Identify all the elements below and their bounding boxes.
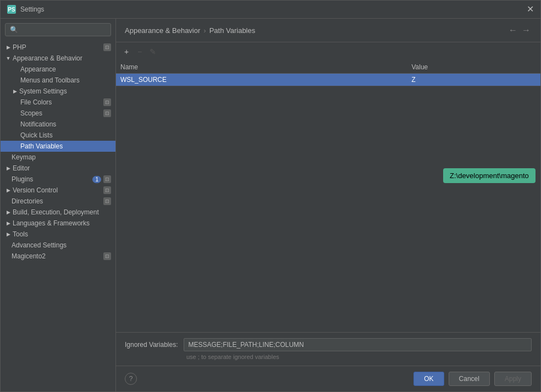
sidebar-item-appearance[interactable]: Appearance [1, 64, 115, 75]
external-icon: ⊡ [103, 197, 111, 205]
sidebar-item-path-variables[interactable]: Path Variables [1, 141, 115, 152]
sidebar-item-label: Directories [12, 197, 43, 205]
external-icon: ⊡ [103, 252, 111, 260]
sidebar-item-label: Path Variables [20, 142, 63, 150]
sidebar-item-plugins[interactable]: Plugins 1 ⊡ [1, 174, 115, 185]
external-icon: ⊡ [103, 109, 111, 117]
arrow-icon: ▶ [5, 231, 12, 238]
sidebar-item-notifications[interactable]: Notifications [1, 119, 115, 130]
row-value: Z [407, 74, 540, 86]
help-button[interactable]: ? [125, 373, 137, 385]
arrow-icon: ▶ [5, 209, 12, 216]
sidebar-item-label: File Colors [20, 98, 52, 106]
sidebar-item-label: Magicento2 [12, 252, 46, 260]
sidebar-item-file-colors[interactable]: File Colors ⊡ [1, 97, 115, 108]
app-icon: PS [7, 5, 16, 14]
sidebar-item-label: Notifications [20, 120, 56, 128]
table-row[interactable]: WSL_SOURCE Z [116, 74, 540, 86]
dialog-body: 🔍 ▶ PHP ⊡ ▼ Appearance & Behavior [1, 19, 540, 391]
sidebar-item-menus-toolbars[interactable]: Menus and Toolbars [1, 75, 115, 86]
close-button[interactable]: ✕ [527, 5, 534, 14]
sidebar-item-label: Advanced Settings [12, 241, 67, 249]
title-bar: PS Settings ✕ [1, 1, 540, 19]
breadcrumb-separator: › [203, 26, 206, 35]
breadcrumb-root: Appearance & Behavior [125, 26, 200, 35]
sidebar-item-magicento2[interactable]: Magicento2 ⊡ [1, 251, 115, 262]
search-box[interactable]: 🔍 [5, 23, 111, 36]
col-name-header: Name [116, 61, 407, 74]
sidebar-item-label: Tools [13, 230, 28, 238]
col-value-header: Value [407, 61, 540, 74]
ignored-variables-row: Ignored Variables: [125, 338, 532, 351]
sidebar-item-label: Version Control [13, 186, 58, 194]
sidebar-item-label: Editor [13, 164, 30, 172]
breadcrumb-bar: Appearance & Behavior › Path Variables ←… [116, 19, 540, 42]
sidebar-item-tools[interactable]: ▶ Tools [1, 229, 115, 240]
sidebar-item-build-exec[interactable]: ▶ Build, Execution, Deployment [1, 207, 115, 218]
breadcrumb-nav: ← → [507, 24, 532, 36]
sidebar-item-directories[interactable]: Directories ⊡ [1, 196, 115, 207]
table-container: Name Value WSL_SOURCE Z Z:\development\m… [116, 61, 540, 332]
main-content: Appearance & Behavior › Path Variables ←… [116, 19, 540, 391]
sidebar-item-label: Appearance [20, 65, 56, 73]
ignored-label: Ignored Variables: [125, 341, 178, 349]
external-icon: ⊡ [103, 98, 111, 106]
sidebar-item-label: Menus and Toolbars [20, 76, 80, 84]
sidebar-item-label: Scopes [20, 109, 42, 117]
sidebar-item-appearance-behavior[interactable]: ▼ Appearance & Behavior [1, 53, 115, 64]
apply-button[interactable]: Apply [494, 372, 532, 386]
ignored-variables-input[interactable] [184, 338, 532, 351]
sidebar-item-php[interactable]: ▶ PHP ⊡ [1, 42, 115, 53]
path-variables-table: Name Value WSL_SOURCE Z [116, 61, 540, 86]
search-input[interactable] [20, 26, 106, 34]
arrow-icon: ▶ [5, 44, 12, 51]
cancel-button[interactable]: Cancel [449, 372, 490, 386]
sidebar-item-label: Appearance & Behavior [13, 54, 82, 62]
sidebar-item-scopes[interactable]: Scopes ⊡ [1, 108, 115, 119]
sidebar-item-quick-lists[interactable]: Quick Lists [1, 130, 115, 141]
sidebar-item-label: Keymap [12, 153, 36, 161]
add-button[interactable]: + [120, 46, 133, 58]
search-icon: 🔍 [10, 26, 18, 34]
sidebar-item-advanced-settings[interactable]: Advanced Settings [1, 240, 115, 251]
plugins-badge: 1 [92, 176, 101, 183]
remove-button[interactable]: − [134, 46, 146, 58]
external-icon: ⊡ [103, 175, 111, 183]
external-icon: ⊡ [103, 43, 111, 51]
sidebar-item-system-settings[interactable]: ▶ System Settings [1, 86, 115, 97]
external-icon: ⊡ [103, 186, 111, 194]
bottom-section: Ignored Variables: use ; to separate ign… [116, 332, 540, 366]
edit-button[interactable]: ✎ [147, 46, 159, 58]
toolbar: + − ✎ [116, 42, 540, 61]
sidebar-item-label: Quick Lists [20, 131, 53, 139]
sidebar-item-label: Languages & Frameworks [13, 219, 90, 227]
breadcrumb: Appearance & Behavior › Path Variables [125, 26, 255, 35]
footer: ? OK Cancel Apply [116, 366, 540, 391]
arrow-icon: ▶ [5, 165, 12, 172]
sidebar: 🔍 ▶ PHP ⊡ ▼ Appearance & Behavior [1, 19, 116, 391]
nav-tree: ▶ PHP ⊡ ▼ Appearance & Behavior Appearan… [1, 41, 115, 263]
sidebar-item-label: Plugins [12, 175, 33, 183]
nav-forward-button[interactable]: → [521, 24, 532, 36]
path-tooltip: Z:\development\magento [443, 168, 536, 183]
breadcrumb-current: Path Variables [209, 26, 256, 35]
nav-back-button[interactable]: ← [507, 24, 518, 36]
footer-buttons: OK Cancel Apply [413, 372, 532, 386]
sidebar-item-label: Build, Execution, Deployment [13, 208, 99, 216]
badge-ext-wrapper: 1 ⊡ [92, 175, 111, 183]
row-name: WSL_SOURCE [116, 74, 407, 86]
arrow-down-icon: ▼ [5, 55, 12, 62]
sidebar-item-label: System Settings [19, 87, 67, 95]
arrow-icon: ▶ [5, 220, 12, 227]
ok-button[interactable]: OK [413, 372, 444, 386]
window-title: Settings [20, 5, 527, 13]
sidebar-item-editor[interactable]: ▶ Editor [1, 163, 115, 174]
settings-dialog: PS Settings ✕ 🔍 ▶ PHP ⊡ ▼ App [0, 0, 541, 392]
arrow-icon: ▶ [12, 88, 18, 95]
arrow-icon: ▶ [5, 187, 12, 194]
sidebar-item-version-control[interactable]: ▶ Version Control ⊡ [1, 185, 115, 196]
sidebar-item-languages[interactable]: ▶ Languages & Frameworks [1, 218, 115, 229]
sidebar-item-keymap[interactable]: Keymap [1, 152, 115, 163]
ignored-hint: use ; to separate ignored variables [125, 354, 532, 360]
sidebar-item-label: PHP [13, 43, 26, 51]
